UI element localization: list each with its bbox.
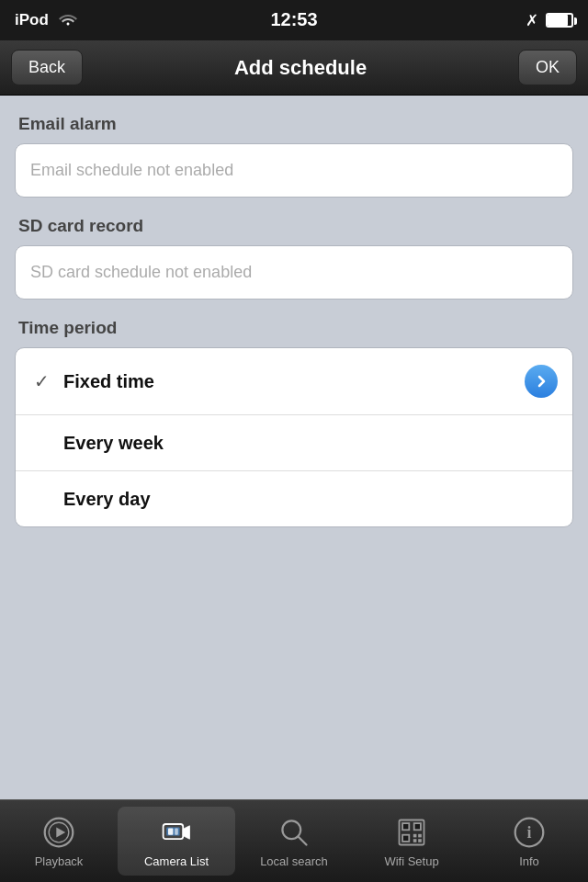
every-day-label: Every day: [63, 489, 558, 510]
svg-marker-2: [56, 828, 65, 838]
battery-icon: [546, 13, 573, 28]
status-left: iPod: [15, 11, 78, 30]
svg-rect-20: [418, 839, 422, 842]
tab-playback[interactable]: Playback: [0, 807, 118, 876]
page-title: Add schedule: [83, 56, 518, 80]
every-week-label: Every week: [63, 433, 558, 454]
svg-rect-15: [415, 824, 420, 829]
svg-rect-16: [403, 836, 408, 841]
svg-text:i: i: [526, 823, 531, 842]
ok-button[interactable]: OK: [518, 50, 577, 85]
svg-rect-18: [418, 834, 422, 838]
tab-playback-label: Playback: [35, 854, 84, 868]
svg-rect-14: [403, 824, 408, 829]
status-bar: iPod 12:53 ✗: [0, 0, 588, 40]
svg-line-9: [299, 837, 307, 845]
status-right: ✗: [526, 11, 573, 30]
email-alarm-field[interactable]: Email schedule not enabled: [15, 143, 573, 198]
svg-rect-5: [168, 829, 173, 835]
time-period-fixed-time[interactable]: ✓ Fixed time: [16, 348, 572, 415]
tab-info[interactable]: i Info: [470, 807, 588, 876]
back-button[interactable]: Back: [11, 50, 83, 85]
camera-list-icon: [158, 814, 195, 851]
tab-local-search[interactable]: Local search: [235, 807, 353, 876]
device-name: iPod: [15, 11, 49, 29]
tab-wifi-setup-label: Wifi Setup: [384, 854, 438, 868]
checkmark-icon: ✓: [30, 370, 52, 392]
nav-bar: Back Add schedule OK: [0, 40, 588, 96]
sd-card-section: SD card record SD card schedule not enab…: [15, 216, 573, 300]
time-period-every-day[interactable]: ✓ Every day: [16, 471, 572, 526]
local-search-icon: [276, 814, 312, 851]
time-period-every-week[interactable]: ✓ Every week: [16, 415, 572, 471]
bluetooth-icon: ✗: [526, 11, 538, 30]
main-content: Email alarm Email schedule not enabled S…: [0, 96, 588, 799]
time-period-section: Time period ✓ Fixed time ✓ Every week ✓: [15, 318, 573, 527]
empty-check-icon: ✓: [30, 432, 52, 454]
tab-info-label: Info: [519, 854, 539, 868]
email-alarm-section: Email alarm Email schedule not enabled: [15, 114, 573, 198]
tab-camera-list-label: Camera List: [144, 854, 209, 868]
sd-card-label: SD card record: [18, 216, 573, 236]
svg-marker-7: [183, 826, 189, 839]
svg-rect-17: [413, 834, 417, 838]
svg-rect-6: [175, 829, 178, 835]
email-alarm-label: Email alarm: [18, 114, 573, 134]
fixed-time-label: Fixed time: [63, 371, 525, 392]
status-time: 12:53: [270, 9, 317, 30]
wifi-icon: [58, 11, 78, 30]
empty-check2-icon: ✓: [30, 488, 52, 510]
playback-icon: [40, 814, 77, 851]
tab-bar: Playback Camera List Local search: [0, 799, 588, 882]
chevron-circle-icon[interactable]: [525, 365, 558, 398]
tab-local-search-label: Local search: [260, 854, 328, 868]
tab-camera-list[interactable]: Camera List: [118, 807, 235, 876]
time-period-list: ✓ Fixed time ✓ Every week ✓ Every day: [15, 347, 573, 527]
svg-rect-19: [413, 839, 417, 842]
tab-wifi-setup[interactable]: Wifi Setup: [353, 807, 470, 876]
sd-card-field[interactable]: SD card schedule not enabled: [15, 245, 573, 300]
time-period-label: Time period: [18, 318, 573, 338]
wifi-setup-icon: [393, 814, 430, 851]
info-icon: i: [511, 814, 548, 851]
